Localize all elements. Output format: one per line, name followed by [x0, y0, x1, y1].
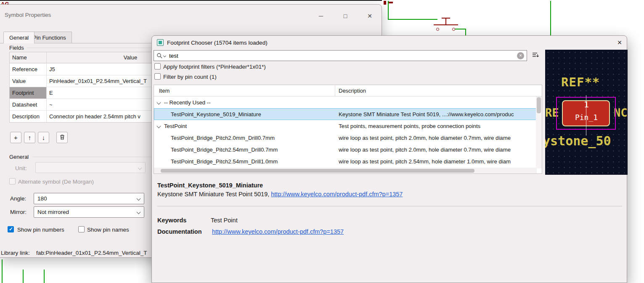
column-header-item[interactable]: Item	[154, 85, 335, 96]
show-pin-names-checkbox[interactable]	[78, 226, 85, 232]
documentation-link[interactable]: http://www.keyelco.com/product-pdf.cfm?p…	[212, 228, 344, 235]
list-item-group[interactable]: TestPoint Test points, measurement point…	[154, 120, 542, 132]
filter-by-pin-count-label: Filter by pin count (1)	[163, 74, 217, 80]
field-name-cell-selected[interactable]: Footprint	[10, 87, 47, 99]
selected-footprint-description: Keystone SMT Miniature Test Point 5019, …	[157, 191, 403, 198]
group-label: -- Recently Used --	[164, 99, 211, 106]
screen: AG Symbol Properties ─ □ ✕ General Pin F…	[0, 0, 644, 283]
preview-reference-text: REF**	[561, 75, 600, 89]
list-item-selected[interactable]: TestPoint_Keystone_5019_Miniature Keysto…	[154, 108, 542, 120]
alternate-symbol-checkbox[interactable]	[9, 178, 16, 184]
chevron-down-icon[interactable]	[157, 124, 161, 128]
footprint-chooser-dialog: Footprint Chooser (15704 items loaded) ×…	[151, 35, 627, 283]
search-options-button[interactable]	[530, 50, 541, 61]
unit-label: Unit:	[15, 165, 27, 171]
field-name-cell[interactable]: Value	[10, 75, 47, 87]
column-header-description[interactable]: Description	[335, 88, 542, 94]
item-description: wire loop as test point, pitch 2.54mm, h…	[335, 155, 542, 167]
tab-general[interactable]: General	[3, 32, 34, 43]
schematic-mark	[389, 2, 393, 3]
description-text: Keystone SMT Miniature Test Point 5019,	[157, 191, 271, 198]
show-pin-names-label: Show pin names	[87, 227, 129, 233]
minimize-button[interactable]: ─	[311, 10, 331, 22]
apply-footprint-filters-checkbox[interactable]	[154, 63, 161, 69]
footprint-name: TestPoint_Bridge_Pitch2.0mm_Drill0.7mm	[154, 132, 335, 144]
preview-footprint-name-fragment: ystone_50	[545, 133, 611, 148]
add-field-button[interactable]: +	[10, 132, 21, 143]
footprint-name: TestPoint_Keystone_5019_Miniature	[154, 108, 335, 120]
documentation-label: Documentation	[157, 228, 202, 235]
angle-label: Angle:	[10, 195, 26, 202]
filter-by-pin-count-checkbox[interactable]	[154, 73, 161, 80]
schematic-switch-stem	[445, 19, 446, 24]
preview-pad-name: Pin_1	[545, 113, 628, 122]
schematic-wire	[2, 259, 3, 283]
mirror-dropdown[interactable]: Not mirrored	[34, 206, 144, 218]
fields-group-label: Fields	[9, 45, 24, 51]
schematic-wire	[550, 1, 551, 35]
footprint-search-box: ×	[154, 50, 527, 61]
keywords-label: Keywords	[157, 217, 186, 224]
schematic-switch-contact	[452, 28, 455, 31]
schematic-switch-actuator	[434, 24, 458, 25]
field-name-cell[interactable]: Reference	[10, 64, 47, 75]
group-divider	[32, 157, 151, 157]
scrollbar-thumb[interactable]	[161, 169, 474, 173]
item-description: Test points, measurement points, probe c…	[335, 120, 542, 132]
details-divider	[157, 206, 622, 206]
footprint-preview-canvas[interactable]: REF** RE NC 1 Pin_1 ystone_50	[545, 50, 628, 175]
horizontal-scrollbar[interactable]	[154, 168, 537, 174]
item-description: wire loop as test point, pitch 2.0mm, ho…	[335, 132, 542, 144]
mirror-label: Mirror:	[10, 209, 27, 215]
vertical-scrollbar[interactable]	[536, 96, 542, 168]
keywords-value: Test Point	[211, 217, 238, 224]
schematic-wire	[23, 270, 24, 283]
library-link-value: fab:PinHeader_01x01_P2.54mm_Vertical_T	[36, 250, 151, 256]
close-icon[interactable]: ×	[615, 38, 625, 47]
delete-field-button[interactable]	[56, 132, 68, 143]
angle-dropdown[interactable]: 180	[34, 193, 144, 204]
schematic-switch-contact	[436, 28, 439, 31]
list-item[interactable]: TestPoint_Bridge_Pitch2.54mm_Drill1.0mm …	[154, 155, 542, 167]
search-options-chevron-icon[interactable]	[163, 54, 166, 57]
list-item-group[interactable]: -- Recently Used --	[154, 96, 542, 108]
unit-dropdown[interactable]	[35, 162, 146, 173]
show-pin-numbers-label: Show pin numbers	[17, 227, 64, 233]
schematic-wire	[455, 29, 466, 29]
schematic-switch-cap	[442, 18, 450, 19]
alternate-symbol-label: Alternate symbol (De Morgan)	[18, 179, 94, 185]
datasheet-link[interactable]: http://www.keyelco.com/product-pdf.cfm?p…	[271, 191, 403, 198]
schematic-sheet-border	[0, 0, 382, 1]
move-field-down-button[interactable]: ↓	[38, 132, 49, 143]
angle-value: 180	[37, 195, 47, 202]
clear-search-icon[interactable]: ×	[517, 52, 524, 59]
field-name-cell[interactable]: Datasheet	[10, 99, 47, 110]
chevron-down-icon	[137, 210, 141, 214]
list-item[interactable]: TestPoint_Bridge_Pitch2.0mm_Drill0.7mm w…	[154, 132, 542, 144]
trash-icon	[59, 134, 65, 142]
chevron-down-icon[interactable]	[157, 100, 161, 104]
show-pin-numbers-checkbox[interactable]	[8, 226, 14, 232]
list-header: Item Description	[154, 85, 542, 96]
dialog-title: Footprint Chooser (15704 items loaded)	[167, 40, 268, 46]
field-name-cell[interactable]: Description	[10, 111, 47, 122]
chevron-down-icon	[138, 166, 142, 170]
item-description: wire loop as test point, pitch 2.0mm, ho…	[335, 144, 542, 155]
list-item[interactable]: TestPoint_Bridge_Pitch2.54mm_Drill0.7mm …	[154, 144, 542, 155]
move-field-up-button[interactable]: ↑	[24, 132, 35, 143]
footprint-search-input[interactable]	[167, 53, 517, 59]
footprint-name: TestPoint_Bridge_Pitch2.54mm_Drill1.0mm	[154, 155, 335, 167]
list-arrow-icon	[532, 52, 539, 60]
search-icon	[156, 53, 163, 59]
scrollbar-thumb[interactable]	[537, 97, 541, 113]
mirror-value: Not mirrored	[37, 209, 69, 215]
group-label: TestPoint	[164, 123, 187, 129]
general-group-label: General	[9, 154, 29, 160]
schematic-wire	[44, 270, 45, 283]
maximize-button[interactable]: □	[336, 10, 355, 22]
item-description	[335, 96, 542, 108]
preview-pad-number: 1	[545, 99, 628, 109]
schematic-wire	[388, 1, 389, 20]
close-button[interactable]: ✕	[360, 10, 379, 22]
column-header-name[interactable]: Name	[10, 52, 47, 63]
